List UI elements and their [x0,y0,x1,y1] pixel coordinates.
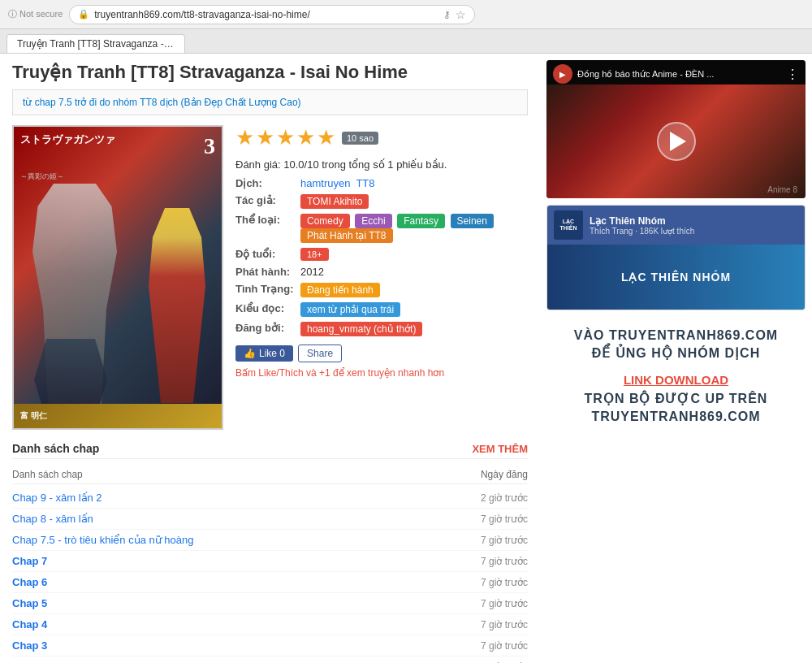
chapter-link-7[interactable]: Chap 3 [12,639,47,652]
tag-seinen[interactable]: Seinen [451,214,494,228]
tab-bar: Truyện Tranh [TT8] Stravaganza - Isai No… [0,29,812,54]
chapter-section: Danh sách chap XEM THÊM Danh sách chap N… [12,442,528,663]
chapter-section-title: Danh sách chap [12,442,99,455]
page-title: Truyện Tranh [TT8] Stravaganza - Isai No… [12,62,528,83]
chapter-item-5: Chap 57 giờ trước [12,593,528,614]
chapter-item-3: Chap 77 giờ trước [12,551,528,572]
dich-tt8[interactable]: TT8 [356,177,374,189]
fb-like-button[interactable]: 👍 Like 0 [235,345,293,362]
chapter-date-2: 7 giờ trước [481,535,528,546]
reading-tag: xem từ phải qua trái [300,302,400,317]
chapter-date-1: 7 giờ trước [481,514,528,525]
cover-title: ストラヴァガンツァ [20,133,115,147]
dich-label: Dịch: [235,177,300,189]
star-count: 10 sao [342,132,378,145]
address-bar[interactable]: 🔒 truyentranh869.com/tt8-stravaganza-isa… [69,5,475,24]
browser-bar: ⓘ Not secure 🔒 truyentranh869.com/tt8-st… [0,0,812,29]
fb-like-label: Like 0 [259,348,285,359]
star-display[interactable]: ★★★★★ [235,125,337,150]
fb-page-widget: LẠCTHIÊN Lạc Thiên Nhóm Thích Trang · 18… [546,205,806,310]
lock-icon: 🔒 [78,9,89,20]
dotuoi-label: Độ tuổi: [235,248,300,260]
fb-page-header: LẠCTHIÊN Lạc Thiên Nhóm Thích Trang · 18… [547,206,805,245]
chapter-link-6[interactable]: Chap 4 [12,618,47,630]
chapter-link-5[interactable]: Chap 5 [12,597,47,609]
tag-tt8[interactable]: Phát Hành tại TT8 [300,228,393,243]
chapter-link-2[interactable]: Chap 7.5 - trò tiêu khiển của nữ hoàng [12,534,193,546]
promo-line1: VÀO TRUYENTRANH869.COM ĐỂ ỦNG HỘ NHÓM DỊ… [550,327,802,363]
promo-text-2: ĐỂ ỦNG HỘ NHÓM DỊCH [592,346,760,360]
chapter-date-4: 7 giờ trước [481,577,528,588]
chapter-item-0: Chap 9 - xâm lấn 22 giờ trước [12,488,528,509]
fb-avatar-text: LẠCTHIÊN [560,219,577,232]
theloai-row: Thể loại: Comedy Ecchi Fantasy Seinen Ph… [235,214,528,243]
chapter-list-header: Danh sách chap Ngày đăng [12,466,528,484]
cover-author: 富 明仁 [20,410,47,422]
chapter-item-2: Chap 7.5 - trò tiêu khiển của nữ hoàng7 … [12,530,528,551]
chapter-date-7: 7 giờ trước [481,640,528,652]
fb-page-name: Lạc Thiên Nhóm [590,215,694,227]
chapter-item-1: Chap 8 - xâm lấn7 giờ trước [12,509,528,530]
chapter-item-6: Chap 47 giờ trước [12,614,528,635]
content-area: Truyện Tranh [TT8] Stravaganza - Isai No… [0,54,540,663]
dich-row: Dịch: hamtruyen TT8 [235,177,528,189]
tag-ecchi[interactable]: Ecchi [355,214,391,228]
video-menu-icon[interactable]: ⋮ [786,67,799,82]
tag-comedy[interactable]: Comedy [300,214,350,228]
tag-fantasy[interactable]: Fantasy [397,214,445,228]
promo-line2: TRỌN BỘ ĐƯỢC UP TRÊN TRUYENTRANH869.COM [550,390,802,427]
dangboi-row: Đăng bởi: hoang_vnmaty (chủ thớt) [235,322,528,336]
chapter-link-0[interactable]: Chap 9 - xâm lấn 2 [12,492,102,504]
star-row: ★★★★★ 10 sao [235,125,528,150]
video-title-text: Đồng hồ báo thức Anime - ĐÈN ... [577,69,714,80]
fb-share-button[interactable]: Share [298,344,342,362]
active-tab[interactable]: Truyện Tranh [TT8] Stravaganza - Isai No… [6,34,185,53]
cover-subtitle: ～異彩の姫～ [20,171,64,182]
dangboi-label: Đăng bởi: [235,322,300,334]
video-channel-icon: ▶ [553,64,572,84]
chapter-link-3[interactable]: Chap 7 [12,555,47,567]
kieudoc-value: xem từ phải qua trái [300,302,403,317]
col-date-header: Ngày đăng [481,469,528,480]
url-text: truyentranh869.com/tt8-stravaganza-isai-… [94,9,309,20]
video-title-left: ▶ Đồng hồ báo thức Anime - ĐÈN ... [553,64,714,84]
author-tag[interactable]: TOMI Akihito [300,194,369,209]
promo-text-3: TRỌN BỘ ĐƯỢC UP TRÊN [585,392,768,405]
tacgia-value: TOMI Akihito [300,194,371,209]
dich-values: hamtruyen TT8 [300,177,375,189]
sidebar-video[interactable]: ▶ Đồng hồ báo thức Anime - ĐÈN ... ⋮ Ani… [546,60,806,198]
play-button[interactable] [657,122,696,161]
dich-hamtruyen[interactable]: hamtruyen [300,177,350,189]
promo-link[interactable]: LINK DOWNLOAD [550,373,802,387]
star-icon[interactable]: ☆ [456,8,466,21]
video-title-bar: ▶ Đồng hồ báo thức Anime - ĐÈN ... ⋮ [546,60,806,88]
fb-share-label: Share [307,348,333,359]
fb-page-banner: LẠC THIÊN NHÓM [547,245,805,310]
tinhtrang-row: Tình Trạng: Đang tiến hành [235,283,528,297]
promo-section: VÀO TRUYENTRANH869.COM ĐỂ ỦNG HỘ NHÓM DỊ… [546,320,806,433]
fb-page-avatar: LẠCTHIÊN [554,210,583,240]
chapter-item-7: Chap 37 giờ trước [12,635,528,656]
chapter-date-5: 7 giờ trước [481,598,528,609]
sidebar: ▶ Đồng hồ báo thức Anime - ĐÈN ... ⋮ Ani… [540,54,812,663]
dotuoi-row: Độ tuổi: 18+ [235,248,528,261]
play-triangle-icon [670,132,686,151]
video-background: Anime 8 [546,84,806,198]
chapter-date-3: 7 giờ trước [481,556,528,567]
phathanh-value: 2012 [300,266,324,278]
col-name-header: Danh sách chap [12,469,83,480]
chapter-item-8: Chap 27 giờ trước [12,656,528,663]
kieudoc-row: Kiểu đọc: xem từ phải qua trái [235,302,528,317]
not-secure-indicator: ⓘ Not secure [8,8,63,20]
dotuoi-value: 18+ [300,248,331,261]
chapter-link-4[interactable]: Chap 6 [12,576,47,588]
poster-tag: hoang_vnmaty (chủ thớt) [300,322,422,336]
xem-them-link[interactable]: XEM THÊM [472,443,528,455]
fb-like-area: 👍 Like 0 Share [235,344,528,362]
rating-text: Đánh giá: 10.0/10 trong tổng số 1 phiếu … [235,158,528,171]
chapter-link-1[interactable]: Chap 8 - xâm lấn [12,513,93,525]
fb-page-info: Lạc Thiên Nhóm Thích Trang · 186K lượt t… [590,215,694,236]
fb-banner-text: LẠC THIÊN NHÓM [621,271,731,284]
status-tag: Đang tiến hành [300,283,380,297]
tinhtrang-label: Tình Trạng: [235,283,300,295]
